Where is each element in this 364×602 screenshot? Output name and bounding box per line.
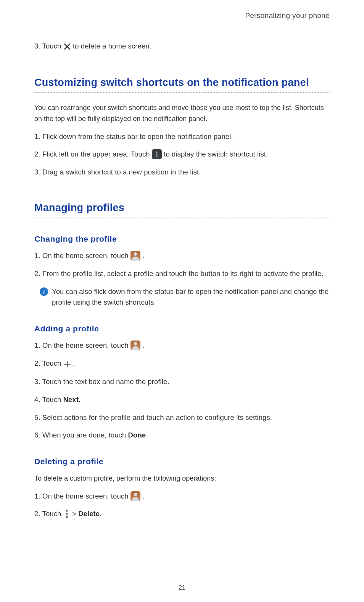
step-text-post: . <box>142 492 144 500</box>
step-number: 1. <box>34 132 40 140</box>
intro-step-3: 3. Touch to delete a home screen. <box>34 41 330 53</box>
step-number: 3. <box>34 168 40 176</box>
info-icon: i <box>40 287 48 296</box>
note-text: You can also flick down from the status … <box>48 286 330 308</box>
step-text-post: . <box>100 510 101 518</box>
section-custom-title: Customizing switch shortcuts on the noti… <box>34 76 330 89</box>
step-text-post: . <box>73 359 75 367</box>
step-bold: Done <box>128 431 146 439</box>
step-text-post: . <box>146 431 148 439</box>
subsection-adding-title: Adding a profile <box>34 324 330 333</box>
step-text-mid: > <box>72 510 78 518</box>
overflow-menu-icon <box>63 510 70 518</box>
adding-step-6: 6. When you are done, touch Done. <box>34 430 330 441</box>
adding-step-1: 1. On the home screen, touch . <box>34 340 330 351</box>
profile-app-icon <box>130 251 140 261</box>
step-text-pre: Touch <box>42 510 63 518</box>
step-text: Select actions for the profile and touch… <box>42 413 272 421</box>
step-text: Touch the text box and name the profile. <box>42 378 169 386</box>
section-custom-intro: You can rearrange your switch shortcuts … <box>34 102 330 124</box>
step-text-post: . <box>142 341 144 349</box>
step-text-pre: On the home screen, touch <box>42 492 130 500</box>
changing-note: i You can also flick down from the statu… <box>40 286 330 308</box>
step-number: 2. <box>34 150 40 158</box>
manual-page: Personalizing your phone 3. Touch to del… <box>0 0 364 602</box>
adding-step-4: 4. Touch Next. <box>34 394 330 405</box>
close-icon <box>63 42 71 53</box>
deleting-step-1: 1. On the home screen, touch . <box>34 491 330 502</box>
step-text-pre: Flick left on the upper area. Touch <box>42 150 152 158</box>
step-number: 2. <box>34 359 40 367</box>
adding-step-5: 5. Select actions for the profile and to… <box>34 412 330 423</box>
step-text-pre: On the home screen, touch <box>42 252 130 260</box>
page-number: 21 <box>0 584 364 591</box>
section-profiles-title: Managing profiles <box>34 201 330 215</box>
changing-step-2: 2. From the profile list, select a profi… <box>34 268 330 279</box>
subsection-deleting-title: Deleting a profile <box>34 457 330 466</box>
menu-button-icon <box>152 149 162 159</box>
step-text-post: . <box>142 252 144 260</box>
step-text-pre: Touch <box>42 359 63 367</box>
section-divider <box>34 92 330 93</box>
step-text-pre: Touch <box>42 42 63 50</box>
step-text: Flick down from the status bar to open t… <box>42 132 233 140</box>
custom-step-1: 1. Flick down from the status bar to ope… <box>34 131 330 142</box>
profile-app-icon <box>130 341 140 350</box>
page-header: Personalizing your phone <box>34 11 330 20</box>
step-bold: Next <box>63 395 79 403</box>
step-text-pre: Touch <box>42 395 63 403</box>
step-text: From the profile list, select a profile … <box>42 270 324 278</box>
plus-icon <box>63 359 71 370</box>
step-number: 2. <box>34 510 40 518</box>
deleting-intro: To delete a custom profile, perform the … <box>34 473 330 484</box>
adding-step-2: 2. Touch . <box>34 358 330 370</box>
step-text-pre: On the home screen, touch <box>42 341 130 349</box>
step-number: 5. <box>34 413 40 421</box>
step-bold: Delete <box>78 510 100 518</box>
deleting-step-2: 2. Touch > Delete. <box>34 508 330 520</box>
subsection-changing-title: Changing the profile <box>34 234 330 244</box>
step-number: 1. <box>34 252 40 260</box>
step-text-post: to display the switch shortcut list. <box>164 150 268 158</box>
step-number: 1. <box>34 341 40 349</box>
profile-app-icon <box>130 491 140 501</box>
custom-step-2: 2. Flick left on the upper area. Touch t… <box>34 149 330 160</box>
step-text-pre: When you are done, touch <box>42 431 128 439</box>
adding-step-3: 3. Touch the text box and name the profi… <box>34 376 330 387</box>
step-number: 1. <box>34 492 40 500</box>
section-divider <box>34 218 330 218</box>
step-number: 4. <box>34 395 40 403</box>
changing-step-1: 1. On the home screen, touch . <box>34 250 330 261</box>
step-text-post: to delete a home screen. <box>73 42 151 50</box>
step-number: 2. <box>34 270 40 278</box>
step-text-post: . <box>79 395 81 403</box>
step-number: 6. <box>34 431 40 439</box>
step-number: 3. <box>34 42 40 50</box>
step-text: Drag a switch shortcut to a new position… <box>42 168 201 176</box>
step-number: 3. <box>34 378 40 386</box>
custom-step-3: 3. Drag a switch shortcut to a new posit… <box>34 167 330 178</box>
